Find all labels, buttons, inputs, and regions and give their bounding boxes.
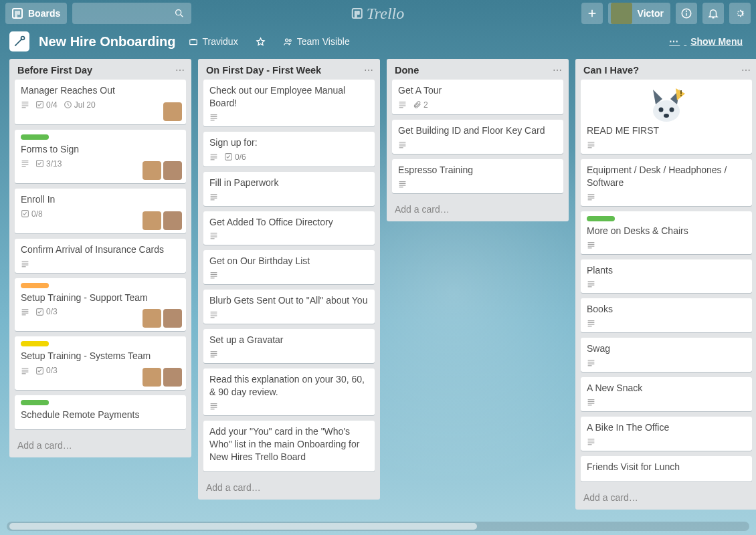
card[interactable]: Confirm Arrival of Insurance Cards	[15, 239, 186, 273]
user-name: Victor	[638, 8, 664, 19]
show-menu-button[interactable]: ⋯ Show Menu	[665, 33, 747, 49]
card-title: Books	[587, 303, 746, 316]
card[interactable]: ! READ ME FIRST	[581, 80, 752, 154]
card[interactable]: Set up a Gravatar	[203, 329, 375, 363]
boards-icon	[12, 8, 23, 19]
card[interactable]: Enroll In 0/8	[15, 189, 186, 233]
card-label[interactable]	[21, 283, 49, 288]
card-list[interactable]: ! READ ME FIRST Equipment / Desk / Headp…	[575, 80, 756, 487]
card[interactable]: Plants	[581, 259, 752, 294]
member-avatar[interactable]	[163, 368, 182, 387]
member-avatar[interactable]	[143, 309, 161, 328]
info-button[interactable]	[676, 3, 697, 24]
list-title[interactable]: On First Day - First Week	[206, 65, 321, 76]
card-label[interactable]	[587, 216, 615, 221]
user-menu[interactable]: Victor	[608, 3, 670, 24]
member-avatar[interactable]	[143, 161, 161, 180]
card[interactable]: Books	[581, 298, 752, 332]
horizontal-scrollbar[interactable]	[7, 522, 749, 531]
card-title: Read this explanation on your 30, 60, & …	[209, 373, 369, 399]
card[interactable]: Manager Reaches Out 0/4 Jul 20	[15, 80, 186, 124]
list: Before First Day ⋯ Manager Reaches Out 0…	[9, 59, 191, 457]
bell-icon	[707, 7, 719, 19]
list-menu-button[interactable]: ⋯	[741, 65, 751, 76]
description-badge	[587, 319, 595, 328]
brand-logo[interactable]: Trello	[352, 5, 404, 23]
card-title: A Bike In The Office	[587, 421, 746, 434]
card[interactable]: Espresso Training	[392, 159, 563, 193]
list-menu-button[interactable]: ⋯	[364, 65, 373, 76]
card[interactable]: Blurb Gets Sent Out to "All" about You	[203, 290, 375, 324]
card[interactable]: Get Added To Office Directory	[203, 211, 375, 245]
card-title: Check out our Employee Manual Board!	[209, 84, 369, 110]
card-title: Sign up for:	[209, 136, 369, 149]
card[interactable]: Get A Tour 2	[392, 80, 563, 114]
card[interactable]: More on Desks & Chairs	[581, 211, 752, 254]
description-badge	[209, 271, 218, 280]
card[interactable]: Fill in Paperwork	[203, 172, 375, 206]
card[interactable]: Schedule Remote Payments	[15, 395, 186, 429]
notifications-button[interactable]	[702, 3, 724, 24]
list-title[interactable]: Before First Day	[17, 65, 92, 76]
board-header: New Hire Onboarding Travidux Team Visibl…	[0, 27, 756, 56]
svg-text:!: !	[680, 89, 682, 98]
card-title: Setup Training - Systems Team	[21, 350, 180, 362]
card-title: Manager Reaches Out	[21, 84, 180, 97]
card[interactable]: A New Snack	[581, 377, 752, 411]
card-label[interactable]	[21, 400, 49, 405]
add-card-button[interactable]: Add a card…	[9, 435, 191, 457]
plus-icon	[587, 8, 597, 19]
card[interactable]: Setup Training - Support Team 0/3	[15, 278, 186, 332]
list-title[interactable]: Done	[395, 65, 419, 76]
create-button[interactable]	[581, 3, 603, 24]
boards-label: Boards	[28, 8, 60, 19]
card[interactable]: Add your "You" card in the "Who's Who" l…	[203, 421, 375, 471]
list-menu-button[interactable]: ⋯	[175, 65, 185, 76]
list: Done ⋯ Get A Tour 2 Get Building ID and …	[387, 59, 569, 221]
card-list[interactable]: Get A Tour 2 Get Building ID and Floor K…	[387, 80, 569, 199]
card[interactable]: Swag	[581, 338, 752, 372]
card-title: Enroll In	[21, 193, 180, 206]
card[interactable]: Sign up for: 0/6	[203, 132, 375, 167]
org-button[interactable]: Travidux	[185, 33, 242, 49]
card[interactable]: Forms to Sign 3/13	[15, 130, 186, 183]
list-title[interactable]: Can I Have?	[583, 65, 639, 76]
card[interactable]: A Bike In The Office	[581, 417, 752, 451]
member-avatar[interactable]	[163, 102, 182, 121]
member-avatar[interactable]	[163, 161, 182, 180]
description-badge	[587, 437, 595, 446]
add-card-button[interactable]: Add a card…	[198, 477, 380, 500]
card-list[interactable]: Manager Reaches Out 0/4 Jul 20 Forms to …	[9, 80, 191, 435]
description-badge	[587, 241, 595, 249]
board-title[interactable]: New Hire Onboarding	[39, 34, 175, 49]
card[interactable]: Setup Training - Systems Team 0/3	[15, 336, 186, 390]
add-card-button[interactable]: Add a card…	[575, 487, 756, 510]
card[interactable]: Get on Our Birthday List	[203, 250, 375, 284]
board-canvas[interactable]: Before First Day ⋯ Manager Reaches Out 0…	[0, 56, 756, 522]
add-card-button[interactable]: Add a card…	[387, 199, 569, 221]
checklist-badge: 3/13	[35, 159, 62, 169]
member-avatar[interactable]	[143, 368, 161, 387]
member-avatar[interactable]	[163, 211, 182, 230]
settings-button[interactable]	[729, 3, 751, 24]
card-list[interactable]: Check out our Employee Manual Board! Sig…	[198, 80, 380, 477]
boards-button[interactable]: Boards	[5, 3, 67, 24]
card-label[interactable]	[21, 134, 49, 140]
svg-point-12	[659, 108, 664, 112]
card-label[interactable]	[21, 341, 49, 346]
info-icon	[680, 7, 692, 19]
board-avatar[interactable]	[9, 31, 29, 51]
card[interactable]: Friends Visit for Lunch	[581, 456, 752, 481]
member-avatar[interactable]	[143, 211, 161, 230]
card[interactable]: Equipment / Desk / Headphones / Software	[581, 159, 752, 206]
card[interactable]: Read this explanation on your 30, 60, & …	[203, 368, 375, 415]
card-title: READ ME FIRST	[587, 124, 746, 137]
star-button[interactable]	[252, 34, 270, 49]
member-avatar[interactable]	[163, 309, 182, 328]
visibility-button[interactable]: Team Visible	[279, 33, 354, 49]
list-menu-button[interactable]: ⋯	[553, 65, 562, 76]
show-menu-label: Show Menu	[690, 36, 743, 47]
card[interactable]: Get Building ID and Floor Key Card	[392, 120, 563, 154]
card[interactable]: Check out our Employee Manual Board!	[203, 80, 375, 126]
search-input[interactable]	[72, 3, 191, 24]
